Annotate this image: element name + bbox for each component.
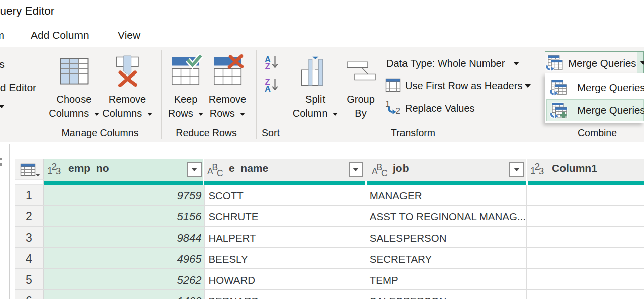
- svg-text:Z: Z: [265, 62, 270, 71]
- svg-text:A: A: [265, 84, 271, 93]
- svg-text:2: 2: [396, 106, 400, 116]
